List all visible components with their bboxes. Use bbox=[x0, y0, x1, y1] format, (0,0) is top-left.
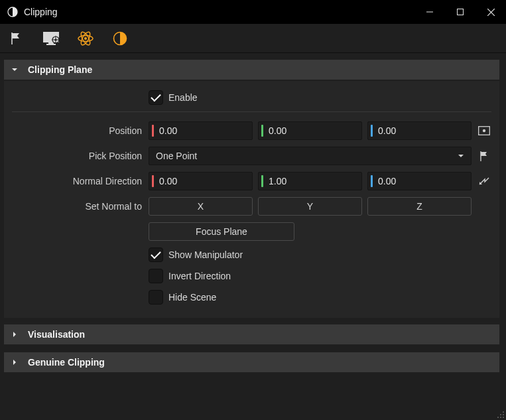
caret-right-icon bbox=[11, 331, 19, 338]
section-header-visualisation[interactable]: Visualisation bbox=[4, 324, 499, 344]
focus-plane-button[interactable]: Focus Plane bbox=[149, 222, 294, 241]
toolbar bbox=[0, 24, 506, 53]
position-z-input[interactable]: 0.00 bbox=[367, 121, 472, 140]
show-manipulator-label: Show Manipulator bbox=[168, 249, 243, 260]
enable-label: Enable bbox=[168, 92, 198, 103]
screen-target-icon[interactable] bbox=[40, 27, 62, 50]
svg-rect-6 bbox=[48, 42, 54, 44]
set-normal-z-button[interactable]: Z bbox=[367, 197, 472, 216]
pick-position-label: Pick Position bbox=[12, 151, 149, 161]
close-button[interactable] bbox=[475, 0, 506, 24]
svg-rect-5 bbox=[43, 32, 59, 42]
caret-right-icon bbox=[11, 359, 19, 366]
clipping-plane-content: Enable Position 0.00 0.00 0.00 Pick Posi… bbox=[4, 81, 499, 318]
chevron-down-icon bbox=[458, 151, 464, 161]
hide-scene-checkbox[interactable] bbox=[149, 290, 163, 305]
invert-direction-checkbox[interactable] bbox=[149, 269, 163, 283]
section-title: Genuine Clipping bbox=[28, 357, 105, 368]
window-title: Clipping bbox=[24, 7, 58, 17]
svg-point-19 bbox=[503, 411, 504, 413]
position-x-input[interactable]: 0.00 bbox=[149, 121, 253, 140]
show-manipulator-checkbox[interactable] bbox=[149, 247, 163, 262]
section-header-genuine-clipping[interactable]: Genuine Clipping bbox=[4, 352, 499, 372]
caret-down-icon bbox=[11, 66, 19, 73]
section-title: Visualisation bbox=[28, 329, 85, 340]
normal-x-input[interactable]: 0.00 bbox=[149, 172, 253, 190]
svg-point-23 bbox=[500, 417, 501, 418]
resize-grip[interactable] bbox=[495, 409, 505, 419]
maximize-button[interactable] bbox=[445, 0, 475, 24]
set-normal-y-button[interactable]: Y bbox=[258, 197, 362, 216]
invert-direction-label: Invert Direction bbox=[168, 271, 231, 281]
section-title: Clipping Plane bbox=[28, 64, 92, 75]
separator bbox=[12, 111, 491, 112]
pick-flag-icon[interactable] bbox=[477, 149, 491, 163]
pick-normal-icon[interactable] bbox=[477, 174, 491, 188]
svg-point-15 bbox=[84, 37, 87, 40]
dropdown-value: One Point bbox=[156, 151, 197, 161]
svg-point-21 bbox=[503, 414, 504, 415]
half-circle-icon bbox=[7, 6, 19, 18]
svg-point-18 bbox=[483, 129, 485, 132]
position-label: Position bbox=[12, 125, 149, 136]
svg-point-22 bbox=[497, 417, 499, 418]
titlebar: Clipping bbox=[0, 0, 506, 24]
normal-direction-label: Normal Direction bbox=[12, 176, 149, 186]
atom-icon[interactable] bbox=[74, 27, 97, 50]
svg-point-24 bbox=[503, 417, 504, 418]
set-normal-x-button[interactable]: X bbox=[149, 197, 253, 216]
normal-y-input[interactable]: 1.00 bbox=[258, 172, 362, 190]
link-box-icon[interactable] bbox=[477, 123, 491, 138]
section-header-clipping-plane[interactable]: Clipping Plane bbox=[4, 60, 499, 80]
hide-scene-label: Hide Scene bbox=[168, 292, 216, 303]
minimize-button[interactable] bbox=[414, 0, 445, 24]
half-circle-icon[interactable] bbox=[109, 27, 131, 50]
normal-z-input[interactable]: 0.00 bbox=[367, 172, 472, 190]
enable-checkbox[interactable] bbox=[149, 90, 163, 105]
pick-position-dropdown[interactable]: One Point bbox=[149, 147, 472, 165]
svg-rect-2 bbox=[458, 9, 464, 15]
set-normal-label: Set Normal to bbox=[12, 201, 149, 212]
svg-point-20 bbox=[500, 414, 501, 415]
svg-rect-7 bbox=[46, 44, 56, 45]
panel-body: Clipping Plane Enable Position 0.00 0.00… bbox=[0, 53, 506, 420]
position-y-input[interactable]: 0.00 bbox=[258, 121, 362, 140]
flag-icon[interactable] bbox=[5, 27, 28, 50]
